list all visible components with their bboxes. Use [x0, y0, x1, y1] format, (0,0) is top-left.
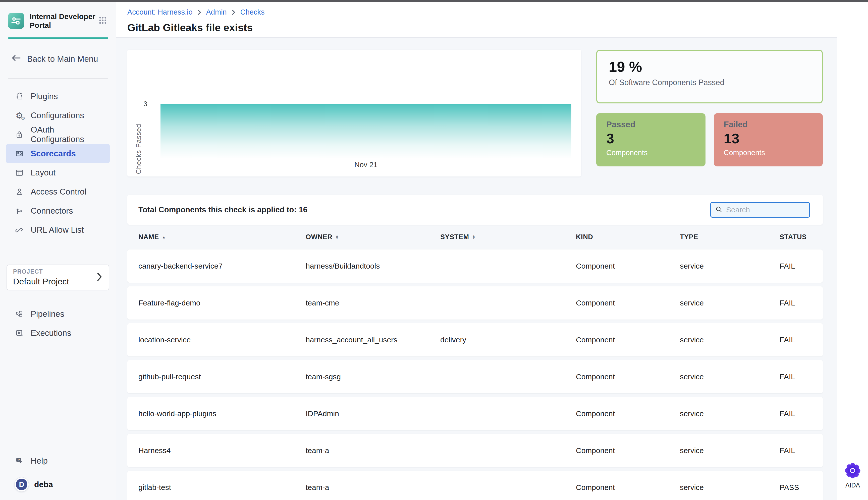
cell-owner: team-sgsg	[306, 373, 440, 381]
sidebar-item-connectors[interactable]: Connectors	[6, 201, 110, 220]
chart-y-axis-label: Checks Passed	[135, 124, 143, 174]
cell-status: FAIL	[780, 262, 823, 270]
sidebar-item-oauth-configurations[interactable]: OAuth Configurations	[6, 125, 110, 144]
page-title: GitLab Gitleaks file exists	[127, 22, 837, 34]
cell-name: gitlab-test	[138, 483, 306, 492]
cell-kind: Component	[576, 446, 680, 455]
cell-type: service	[680, 483, 780, 492]
sidebar-accent-rule	[8, 37, 108, 39]
main-area: Account: Harness.io Admin Checks GitLab …	[116, 2, 837, 500]
cell-system: delivery	[440, 336, 576, 344]
column-label: OWNER	[306, 233, 333, 241]
chevron-right-icon	[197, 9, 202, 15]
sidebar-item-label: Executions	[31, 328, 71, 338]
back-arrow-icon	[11, 54, 21, 64]
sidebar-item-label: Connectors	[31, 206, 73, 216]
window-top-bar	[0, 0, 868, 2]
sidebar-item-label: OAuth Configurations	[31, 125, 110, 144]
cell-type: service	[680, 299, 780, 307]
sidebar-item-label: Plugins	[31, 92, 58, 101]
column-header-kind[interactable]: KIND	[576, 233, 680, 241]
sidebar-item-url-allow-list[interactable]: URL Allow List	[6, 220, 110, 239]
column-label: KIND	[576, 233, 593, 241]
aida-label: AIDA	[845, 482, 860, 489]
app-logo-icon	[8, 13, 24, 29]
apps-grid-icon[interactable]	[97, 15, 108, 27]
person-icon	[14, 187, 24, 196]
total-components-text: Total Components this check is applied t…	[138, 205, 308, 214]
sidebar-item-configurations[interactable]: ⚙⚙ Configurations	[6, 106, 110, 125]
cell-name: canary-backend-service7	[138, 262, 306, 270]
aida-button[interactable]: AIDA	[845, 463, 861, 489]
back-to-main-menu[interactable]: Back to Main Menu	[11, 54, 108, 64]
admin-menu: Plugins ⚙⚙ Configurations OAuth Configur…	[0, 87, 116, 239]
table-row[interactable]: gitlab-test team-a Component service PAS…	[127, 471, 823, 500]
sort-ascending-icon: ▲	[162, 235, 166, 239]
chart-x-tick: Nov 21	[160, 161, 571, 169]
breadcrumb: Account: Harness.io Admin Checks	[127, 8, 837, 16]
cell-owner: harness_account_all_users	[306, 336, 440, 344]
breadcrumb-checks[interactable]: Checks	[240, 8, 265, 16]
sidebar-item-scorecards[interactable]: Scorecards	[6, 144, 110, 163]
cell-type: service	[680, 262, 780, 270]
sidebar-item-plugins[interactable]: Plugins	[6, 87, 110, 106]
project-label: PROJECT	[13, 268, 96, 275]
search-input[interactable]	[726, 205, 805, 214]
user-menu[interactable]: D deba	[14, 477, 110, 491]
svg-text:?: ?	[18, 458, 20, 462]
search-box[interactable]	[710, 202, 810, 218]
column-header-type[interactable]: TYPE	[680, 233, 780, 241]
lock-icon	[14, 130, 24, 139]
failed-card: Failed 13 Components	[714, 113, 823, 167]
avatar: D	[14, 477, 29, 491]
cell-owner: team-a	[306, 446, 440, 455]
table-row[interactable]: hello-world-app-plugins IDPAdmin Compone…	[127, 397, 823, 430]
table-header: NAME ▲ OWNER ▲▼ SYSTEM ▲▼ KIND	[127, 225, 823, 250]
app-root: Internal Developer Portal Back to Main M…	[0, 2, 868, 500]
sidebar-item-help[interactable]: ? Help	[6, 451, 110, 470]
column-header-status[interactable]: STATUS	[780, 233, 823, 241]
layout-icon	[14, 168, 24, 178]
play-icon	[14, 328, 24, 338]
failed-label: Failed	[724, 120, 813, 129]
sidebar-item-label: Configurations	[31, 111, 84, 120]
breadcrumb-admin[interactable]: Admin	[206, 8, 227, 16]
column-header-system[interactable]: SYSTEM ▲▼	[440, 233, 576, 241]
sidebar-item-executions[interactable]: Executions	[6, 323, 110, 343]
sort-icon: ▲▼	[335, 235, 339, 239]
table-row[interactable]: Feature-flag-demo team-cme Component ser…	[127, 286, 823, 319]
failed-value: 13	[724, 130, 813, 147]
column-header-name[interactable]: NAME ▲	[138, 233, 306, 241]
cell-name: location-service	[138, 336, 306, 344]
scorecard-icon	[14, 149, 24, 158]
chevron-right-icon	[231, 9, 236, 15]
checks-passed-chart: Checks Passed 3 Nov 21	[127, 50, 581, 177]
search-icon	[715, 206, 723, 214]
back-label: Back to Main Menu	[27, 54, 98, 64]
sidebar-item-pipelines[interactable]: Pipelines	[6, 305, 110, 323]
sidebar-item-access-control[interactable]: Access Control	[6, 182, 110, 201]
cell-owner: harness/Buildandtools	[306, 262, 440, 270]
sidebar-item-label: Scorecards	[31, 149, 76, 158]
column-header-owner[interactable]: OWNER ▲▼	[306, 233, 440, 241]
sidebar-item-layout[interactable]: Layout	[6, 163, 110, 182]
pass-fail-row: Passed 3 Components Failed 13 Components	[596, 113, 823, 167]
column-label: STATUS	[780, 233, 807, 241]
cell-owner: team-cme	[306, 299, 440, 307]
project-selector[interactable]: PROJECT Default Project	[7, 264, 109, 291]
table-row[interactable]: canary-backend-service7 harness/Buildand…	[127, 250, 823, 283]
chart-y-tick: 3	[143, 100, 147, 108]
stats-column: 19 % Of Software Components Passed Passe…	[596, 50, 823, 177]
table-row[interactable]: location-service harness_account_all_use…	[127, 323, 823, 356]
aida-flower-icon	[845, 463, 861, 480]
table-row[interactable]: Harness4 team-a Component service FAIL	[127, 434, 823, 467]
sidebar: Internal Developer Portal Back to Main M…	[0, 2, 116, 500]
link-icon	[14, 225, 24, 235]
percent-passed-card: 19 % Of Software Components Passed	[596, 50, 823, 103]
passed-label: Passed	[606, 120, 695, 129]
summary-row: Checks Passed 3 Nov 21 19 % Of Software …	[127, 50, 823, 177]
project-meta: PROJECT Default Project	[13, 268, 96, 286]
table-row[interactable]: github-pull-request team-sgsg Component …	[127, 360, 823, 393]
breadcrumb-account[interactable]: Account: Harness.io	[127, 8, 193, 16]
cell-kind: Component	[576, 409, 680, 418]
